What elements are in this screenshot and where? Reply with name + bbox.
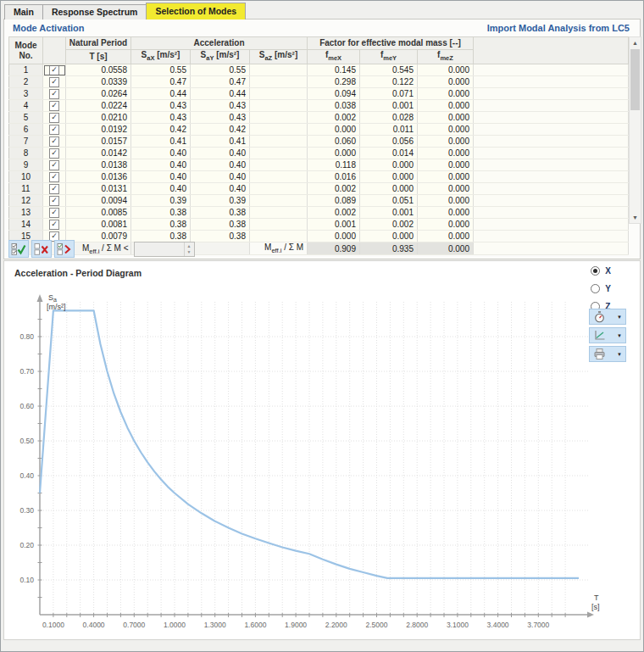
row-number[interactable]: 1 [9, 64, 43, 76]
cell-natural-period[interactable]: 0.0094 [66, 195, 131, 207]
cell-fmez[interactable]: 0.000 [418, 148, 474, 159]
mode-checkbox-cell[interactable]: ✓ [43, 207, 66, 219]
mode-checkbox-cell[interactable]: ✓ [43, 76, 66, 88]
mode-checkbox[interactable]: ✓ [49, 184, 59, 194]
activate-all-button[interactable] [8, 240, 29, 258]
cell-natural-period[interactable]: 0.0142 [66, 148, 131, 159]
mode-checkbox-cell[interactable]: ✓ [43, 183, 66, 195]
mode-checkbox[interactable]: ✓ [49, 137, 59, 147]
row-number[interactable]: 5 [9, 112, 43, 124]
cell-fmez[interactable]: 0.000 [418, 207, 474, 219]
tab-main[interactable]: Main [4, 4, 43, 20]
mode-checkbox[interactable]: ✓ [49, 113, 59, 123]
mode-checkbox-cell[interactable]: ✓ [43, 100, 66, 112]
row-number[interactable]: 2 [9, 76, 43, 88]
cell-sax[interactable]: 0.44 [131, 88, 191, 100]
mode-checkbox-cell[interactable]: ✓ [43, 219, 66, 231]
mode-checkbox-cell[interactable]: ✓ [43, 88, 66, 100]
row-number[interactable]: 7 [9, 136, 43, 148]
mode-checkbox-cell[interactable]: ✓ [43, 124, 66, 136]
cell-fmex[interactable]: 0.145 [308, 64, 360, 76]
mode-checkbox-cell[interactable]: ✓ [43, 159, 66, 171]
cell-fmex[interactable]: 0.038 [308, 100, 360, 112]
mode-checkbox-cell[interactable]: ✓ [43, 136, 66, 148]
mode-checkbox[interactable]: ✓ [49, 208, 59, 218]
cell-fmex[interactable]: 0.001 [308, 219, 360, 231]
cell-fmez[interactable]: 0.000 [418, 183, 474, 195]
cell-say[interactable]: 0.55 [191, 64, 250, 76]
cell-sax[interactable]: 0.43 [131, 112, 191, 124]
cell-fmey[interactable]: 0.014 [360, 148, 418, 159]
cell-saz[interactable] [250, 136, 308, 148]
cell-fmez[interactable]: 0.000 [418, 88, 474, 100]
row-number[interactable]: 14 [9, 219, 43, 231]
cell-fmez[interactable]: 0.000 [418, 136, 474, 148]
cell-say[interactable]: 0.47 [191, 76, 250, 88]
cell-fmez[interactable]: 0.000 [418, 231, 474, 242]
cell-saz[interactable] [250, 219, 308, 231]
row-number[interactable]: 11 [9, 183, 43, 195]
cell-sax[interactable]: 0.47 [131, 76, 191, 88]
cell-natural-period[interactable]: 0.0138 [66, 159, 131, 171]
cell-say[interactable]: 0.43 [191, 112, 250, 124]
cell-natural-period[interactable]: 0.0192 [66, 124, 131, 136]
scroll-up-arrow-icon[interactable]: ▲ [630, 37, 641, 48]
mode-checkbox[interactable]: ✓ [49, 65, 59, 75]
mode-checkbox-cell[interactable]: ✓ [43, 148, 66, 159]
cell-fmey[interactable]: 0.122 [360, 76, 418, 88]
cell-say[interactable]: 0.40 [191, 171, 250, 183]
row-number[interactable]: 6 [9, 124, 43, 136]
cell-say[interactable]: 0.38 [191, 219, 250, 231]
mode-checkbox-cell[interactable]: ✓ [43, 64, 66, 76]
cell-saz[interactable] [250, 112, 308, 124]
cell-say[interactable]: 0.40 [191, 148, 250, 159]
mode-checkbox[interactable]: ✓ [49, 196, 59, 206]
cell-natural-period[interactable]: 0.0157 [66, 136, 131, 148]
mode-checkbox[interactable]: ✓ [49, 101, 59, 111]
scrollbar-thumb[interactable] [630, 49, 640, 110]
cell-fmex[interactable]: 0.094 [308, 88, 360, 100]
cell-natural-period[interactable]: 0.0264 [66, 88, 131, 100]
cell-fmex[interactable]: 0.298 [308, 76, 360, 88]
cell-fmez[interactable]: 0.000 [418, 112, 474, 124]
cell-sax[interactable]: 0.42 [131, 124, 191, 136]
cell-fmez[interactable]: 0.000 [418, 159, 474, 171]
cell-fmey[interactable]: 0.028 [360, 112, 418, 124]
cell-saz[interactable] [250, 171, 308, 183]
mode-checkbox[interactable]: ✓ [49, 89, 59, 99]
cell-fmey[interactable]: 0.000 [360, 231, 418, 242]
cell-fmex[interactable]: 0.000 [308, 231, 360, 242]
deactivate-all-button[interactable] [31, 240, 52, 258]
cell-saz[interactable] [250, 76, 308, 88]
cell-fmez[interactable]: 0.000 [418, 64, 474, 76]
scroll-down-arrow-icon[interactable]: ▼ [630, 212, 641, 223]
cell-natural-period[interactable]: 0.0131 [66, 183, 131, 195]
cell-fmex[interactable]: 0.002 [308, 207, 360, 219]
row-number[interactable]: 13 [9, 207, 43, 219]
mode-checkbox-cell[interactable]: ✓ [43, 171, 66, 183]
cell-sax[interactable]: 0.43 [131, 100, 191, 112]
cell-natural-period[interactable]: 0.0085 [66, 207, 131, 219]
cell-natural-period[interactable]: 0.0081 [66, 219, 131, 231]
cell-say[interactable]: 0.38 [191, 207, 250, 219]
cell-natural-period[interactable]: 0.0210 [66, 112, 131, 124]
cell-say[interactable]: 0.44 [191, 88, 250, 100]
cell-saz[interactable] [250, 183, 308, 195]
cell-natural-period[interactable]: 0.0136 [66, 171, 131, 183]
import-modal-analysis-link[interactable]: Import Modal Analysis from LC5 [487, 23, 630, 33]
cell-fmex[interactable]: 0.118 [308, 159, 360, 171]
cell-sax[interactable]: 0.38 [131, 219, 191, 231]
row-number[interactable]: 3 [9, 88, 43, 100]
cell-fmey[interactable]: 0.000 [360, 183, 418, 195]
cell-saz[interactable] [250, 159, 308, 171]
cell-fmey[interactable]: 0.000 [360, 171, 418, 183]
cell-fmex[interactable]: 0.016 [308, 171, 360, 183]
cell-fmez[interactable]: 0.000 [418, 171, 474, 183]
cell-say[interactable]: 0.42 [191, 124, 250, 136]
mode-checkbox-cell[interactable]: ✓ [43, 112, 66, 124]
mode-checkbox[interactable]: ✓ [49, 125, 59, 135]
cell-fmez[interactable]: 0.000 [418, 219, 474, 231]
mode-checkbox[interactable]: ✓ [49, 220, 59, 230]
cell-saz[interactable] [250, 88, 308, 100]
cell-sax[interactable]: 0.38 [131, 207, 191, 219]
